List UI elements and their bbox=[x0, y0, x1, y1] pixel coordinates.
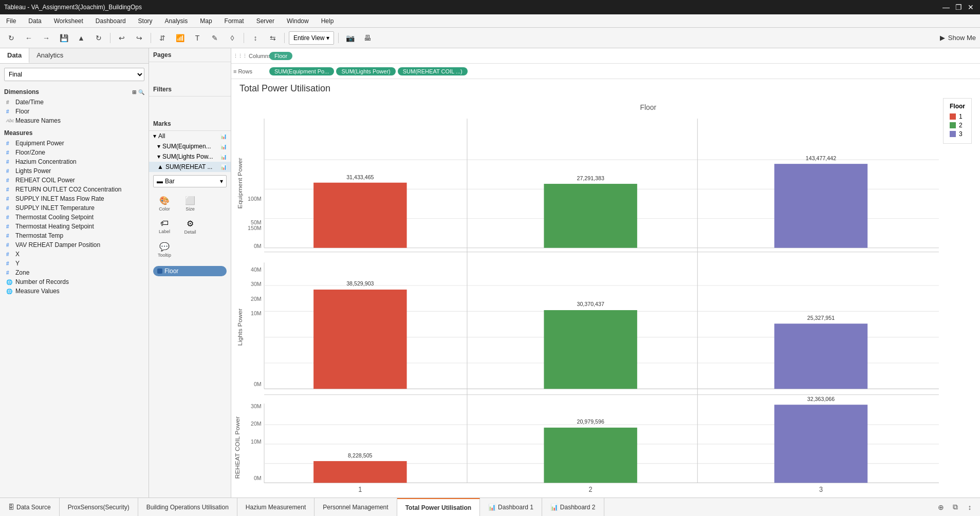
marks-type-dropdown[interactable]: ▬ Bar ▾ bbox=[153, 175, 227, 187]
toolbar-undo[interactable]: ↩ bbox=[115, 31, 129, 45]
reheat-bar-3[interactable] bbox=[774, 405, 867, 483]
equip-bar-2[interactable] bbox=[544, 184, 637, 248]
rows-lights-pill[interactable]: SUM(Lights Power) bbox=[336, 67, 395, 75]
menu-server[interactable]: Server bbox=[254, 16, 276, 26]
measure-lights-power[interactable]: # Lights Power bbox=[4, 166, 144, 176]
toolbar-publish[interactable]: ▲ bbox=[74, 31, 88, 45]
toolbar-refresh[interactable]: ↻ bbox=[91, 31, 106, 45]
status-tab-dashboard1[interactable]: 📊 Dashboard 1 bbox=[480, 498, 542, 516]
menu-worksheet[interactable]: Worksheet bbox=[52, 16, 85, 26]
measure-cooling-setpoint[interactable]: # Thermostat Cooling Setpoint bbox=[4, 213, 144, 222]
color-button[interactable]: 🎨 Color bbox=[153, 194, 176, 214]
dimensions-search-icon[interactable]: 🔍 bbox=[138, 89, 144, 95]
menu-window[interactable]: Window bbox=[285, 16, 311, 26]
view-dropdown[interactable]: Entire View ▾ bbox=[289, 31, 334, 45]
toolbar-device[interactable]: 📷 bbox=[343, 31, 357, 45]
maximize-button[interactable]: ❐ bbox=[953, 2, 964, 12]
marks-sum-lights[interactable]: ▾ SUM(Lights Pow... 📊 bbox=[149, 151, 231, 162]
toolbar-sort[interactable]: ⇵ bbox=[155, 31, 170, 45]
dim-floor[interactable]: # Floor bbox=[4, 107, 144, 116]
toolbar-present[interactable]: 🖶 bbox=[360, 31, 375, 45]
measure-heating-setpoint[interactable]: # Thermostat Heating Setpoint bbox=[4, 222, 144, 231]
measure-x[interactable]: # X bbox=[4, 250, 144, 259]
marks-all-item[interactable]: ▾ All 📊 bbox=[149, 131, 231, 141]
measure-supply-mass[interactable]: # SUPPLY INLET Mass Flow Rate bbox=[4, 194, 144, 203]
reheat-bar-2[interactable] bbox=[544, 428, 637, 483]
measure-vav[interactable]: # VAV REHEAT Damper Position bbox=[4, 240, 144, 250]
rows-equipment-pill[interactable]: SUM(Equipment Po... bbox=[269, 67, 334, 75]
toolbar-forward[interactable]: → bbox=[39, 31, 53, 45]
marks-sum-equipment[interactable]: ▾ SUM(Equipmen... 📊 bbox=[149, 141, 231, 151]
floor-pill[interactable]: Floor bbox=[153, 266, 227, 276]
reheat-bar-1[interactable] bbox=[313, 461, 406, 483]
analytics-tab[interactable]: Analytics bbox=[29, 48, 70, 63]
menu-analysis[interactable]: Analysis bbox=[163, 16, 190, 26]
dim-datetime[interactable]: # Date/Time bbox=[4, 98, 144, 107]
close-button[interactable]: ✕ bbox=[966, 2, 976, 12]
lights-label-3: 25,327,951 bbox=[807, 315, 835, 321]
status-tab-datasource[interactable]: 🗄 Data Source bbox=[0, 498, 60, 516]
measure-y[interactable]: # Y bbox=[4, 259, 144, 268]
toolbar-save[interactable]: 💾 bbox=[57, 31, 71, 45]
toolbar-filter[interactable]: 📶 bbox=[173, 31, 187, 45]
measure-supply-temp[interactable]: # SUPPLY INLET Temperature bbox=[4, 203, 144, 213]
data-tab[interactable]: Data bbox=[0, 48, 29, 63]
lights-bar-1[interactable] bbox=[313, 290, 406, 389]
menu-story[interactable]: Story bbox=[136, 16, 155, 26]
measure-hazium[interactable]: # Hazium Concentration bbox=[4, 157, 144, 166]
toolbar-labels[interactable]: T bbox=[190, 31, 205, 45]
detail-button[interactable]: ⚙ Detail bbox=[179, 217, 201, 237]
toolbar-fix-axes[interactable]: ↕ bbox=[248, 31, 263, 45]
dim-measure-names[interactable]: Abc Measure Names bbox=[4, 116, 144, 125]
menu-file[interactable]: File bbox=[4, 16, 18, 26]
rows-reheat-label: SUM(REHEAT COIL ...) bbox=[403, 68, 463, 74]
dimensions-grid-icon[interactable]: ⊞ bbox=[132, 89, 136, 95]
data-source-select[interactable]: Final bbox=[4, 68, 144, 81]
status-tab-dashboard2[interactable]: 📊 Dashboard 2 bbox=[542, 498, 604, 516]
sort-button[interactable]: ↕ bbox=[964, 501, 976, 513]
reheat-tick-20m: 20M bbox=[251, 421, 262, 427]
measure-return-co2[interactable]: # RETURN OUTLET CO2 Concentration bbox=[4, 185, 144, 194]
toolbar-tooltip[interactable]: ✎ bbox=[208, 31, 222, 45]
measure-zone[interactable]: # Zone bbox=[4, 268, 144, 277]
add-sheet-button[interactable]: ⊕ bbox=[935, 501, 947, 513]
measure-num-records[interactable]: 🌐 Number of Records bbox=[4, 277, 144, 286]
toolbar-highlight[interactable]: ◊ bbox=[225, 31, 239, 45]
columns-floor-pill[interactable]: Floor bbox=[269, 52, 292, 60]
status-tab-personnel[interactable]: Personnel Management bbox=[315, 498, 397, 516]
status-tab-building[interactable]: Building Operations Utilisation bbox=[138, 498, 237, 516]
lights-bar-2[interactable] bbox=[544, 310, 637, 389]
menu-map[interactable]: Map bbox=[198, 16, 214, 26]
menu-format[interactable]: Format bbox=[223, 16, 246, 26]
lights-bar-3[interactable] bbox=[774, 323, 867, 389]
measure-equipment-power[interactable]: # Equipment Power bbox=[4, 139, 144, 148]
columns-shelf: ⋮⋮⋮ Columns Floor bbox=[231, 48, 980, 64]
label-button[interactable]: 🏷 Label bbox=[153, 217, 176, 237]
menu-dashboard[interactable]: Dashboard bbox=[94, 16, 128, 26]
toolbar-redo[interactable]: ↪ bbox=[132, 31, 146, 45]
measure-reheat-coil[interactable]: # REHEAT COIL Power bbox=[4, 176, 144, 185]
status-tab-prox[interactable]: ProxSensors(Security) bbox=[60, 498, 138, 516]
show-me-button[interactable]: ▶ Show Me bbox=[940, 34, 976, 42]
equip-bar-1[interactable] bbox=[313, 183, 406, 248]
marks-sum-reheat[interactable]: ▲ SUM(REHEAT ... 📊 bbox=[149, 162, 231, 172]
toolbar-new[interactable]: ↻ bbox=[4, 31, 19, 45]
toolbar-swap[interactable]: ⇆ bbox=[266, 31, 280, 45]
measure-thermostat-temp[interactable]: # Thermostat Temp bbox=[4, 231, 144, 240]
chart-container: Floor 1 2 3 Floor bbox=[231, 98, 980, 498]
minimize-button[interactable]: — bbox=[941, 2, 951, 12]
columns-label: ⋮⋮⋮ Columns bbox=[233, 53, 269, 59]
duplicate-button[interactable]: ⧉ bbox=[949, 501, 961, 513]
measure-values[interactable]: 🌐 Measure Values bbox=[4, 286, 144, 296]
tooltip-button[interactable]: 💬 Tooltip bbox=[153, 240, 176, 260]
building-label: Building Operations Utilisation bbox=[146, 504, 229, 511]
measure-floor-zone[interactable]: # Floor/Zone bbox=[4, 148, 144, 157]
status-tab-total-power[interactable]: Total Power Utilisation bbox=[397, 498, 480, 516]
equip-bar-3[interactable] bbox=[774, 164, 867, 248]
status-tab-hazium[interactable]: Hazium Measurement bbox=[237, 498, 315, 516]
menu-help[interactable]: Help bbox=[319, 16, 336, 26]
size-button[interactable]: ⬜ Size bbox=[179, 194, 201, 214]
menu-data[interactable]: Data bbox=[26, 16, 43, 26]
rows-reheat-pill[interactable]: SUM(REHEAT COIL ...) bbox=[398, 67, 468, 75]
toolbar-back[interactable]: ← bbox=[22, 31, 36, 45]
